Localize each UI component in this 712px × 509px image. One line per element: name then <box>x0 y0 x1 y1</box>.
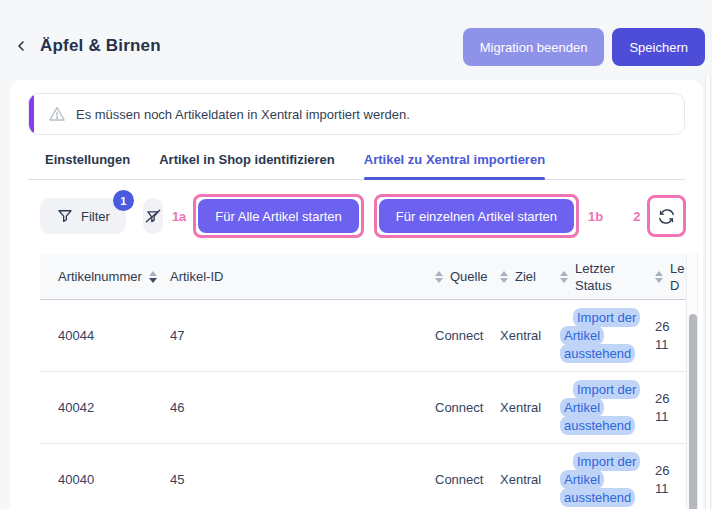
annotation-box-2 <box>647 195 686 237</box>
refresh-button[interactable] <box>652 200 681 232</box>
status-badge: Import der Artikel ausstehend <box>560 308 640 363</box>
alert-text: Es müssen noch Artikeldaten in Xentral i… <box>76 107 410 122</box>
column-header-artikel-id[interactable]: Artikel-ID <box>170 254 435 299</box>
annotation-box-1b: Für einzelnen Artikel starten <box>374 194 579 238</box>
column-header-quelle[interactable]: Quelle <box>435 254 500 299</box>
cell-artikel-id: 47 <box>170 300 435 371</box>
funnel-icon <box>56 207 74 225</box>
page-scrollbar-track[interactable] <box>705 76 711 509</box>
cell-quelle: Connect <box>435 300 500 371</box>
funnel-slash-icon <box>143 206 163 226</box>
table-row[interactable]: 40042 46 Connect Xentral Import der Arti… <box>40 372 686 444</box>
cell-letztes-datum: 26 11 <box>655 300 686 371</box>
annotation-label-1a: 1a <box>172 209 186 224</box>
back-button[interactable] <box>8 33 34 59</box>
cell-letzter-status: Import der Artikel ausstehend <box>560 372 655 443</box>
sort-icon[interactable] <box>500 271 508 283</box>
cell-letztes-datum: 26 11 <box>655 444 686 509</box>
column-header-ziel[interactable]: Ziel <box>500 254 560 299</box>
sort-icon[interactable] <box>435 271 443 283</box>
chevron-left-icon <box>13 38 29 54</box>
articles-table: Artikelnummer Artikel-ID Quelle Ziel <box>40 254 703 509</box>
annotation-label-1b: 1b <box>588 209 603 224</box>
cell-letzter-status: Import der Artikel ausstehend <box>560 300 655 371</box>
column-label: Ziel <box>515 269 536 284</box>
table-toolbar: Filter 1 1a Für Alle Artikel starten Für… <box>40 194 685 238</box>
column-label: Le D <box>670 260 684 294</box>
cell-ziel: Xentral <box>500 444 560 509</box>
cell-letztes-datum: 26 11 <box>655 372 686 443</box>
page-title: Äpfel & Birnen <box>40 36 161 56</box>
table-row[interactable]: 40044 47 Connect Xentral Import der Arti… <box>40 300 686 372</box>
table-viewport: Artikelnummer Artikel-ID Quelle Ziel <box>40 254 686 509</box>
annotation-box-1a: Für Alle Artikel starten <box>193 194 363 238</box>
cell-quelle: Connect <box>435 372 500 443</box>
column-label: Artikelnummer <box>58 269 142 284</box>
sort-icon[interactable] <box>560 271 568 283</box>
cell-ziel: Xentral <box>500 372 560 443</box>
table-header-row: Artikelnummer Artikel-ID Quelle Ziel <box>40 254 686 300</box>
filter-button[interactable]: Filter 1 <box>40 198 126 234</box>
refresh-icon <box>657 207 676 226</box>
sort-icon-artikelnummer-desc[interactable] <box>149 271 157 283</box>
cell-quelle: Connect <box>435 444 500 509</box>
table-scrollbar-thumb[interactable] <box>689 314 697 509</box>
tab-artikel-zu-xentral-importieren[interactable]: Artikel zu Xentral importieren <box>364 152 545 180</box>
status-badge: Import der Artikel ausstehend <box>560 452 640 507</box>
cell-ziel: Xentral <box>500 300 560 371</box>
cell-artikel-id: 46 <box>170 372 435 443</box>
start-all-articles-button[interactable]: Für Alle Artikel starten <box>198 199 358 233</box>
column-header-letztes-datum-clipped[interactable]: Le D <box>655 254 686 299</box>
warning-alert: Es müssen noch Artikeldaten in Xentral i… <box>28 93 685 135</box>
tab-bar: Einstellungen Artikel in Shop identifizi… <box>28 135 685 180</box>
tab-artikel-in-shop-identifizieren[interactable]: Artikel in Shop identifizieren <box>159 152 335 180</box>
cell-artikelnummer: 40040 <box>40 444 170 509</box>
status-badge: Import der Artikel ausstehend <box>560 380 640 435</box>
cell-letzter-status: Import der Artikel ausstehend <box>560 444 655 509</box>
table-scrollbar-track[interactable] <box>686 254 698 509</box>
alert-accent-bar <box>29 94 34 134</box>
column-header-artikelnummer[interactable]: Artikelnummer <box>40 254 170 299</box>
column-header-letzter-status[interactable]: Letzter Status <box>560 254 655 299</box>
filter-button-label: Filter <box>81 209 110 224</box>
topbar-actions: Migration beenden Speichern <box>463 28 705 66</box>
column-label: Letzter Status <box>575 260 627 294</box>
clear-filters-button[interactable] <box>143 198 163 234</box>
filter-count-badge: 1 <box>113 190 134 211</box>
top-bar: Äpfel & Birnen Migration beenden Speiche… <box>0 0 712 80</box>
warning-triangle-icon <box>48 105 66 123</box>
annotation-label-2: 2 <box>633 209 640 224</box>
tab-einstellungen[interactable]: Einstellungen <box>45 152 130 180</box>
cell-artikel-id: 45 <box>170 444 435 509</box>
end-migration-button[interactable]: Migration beenden <box>463 28 605 66</box>
sort-icon[interactable] <box>655 271 663 283</box>
column-label: Quelle <box>450 269 488 284</box>
start-single-article-button[interactable]: Für einzelnen Artikel starten <box>379 199 574 233</box>
main-card: Es müssen noch Artikeldaten in Xentral i… <box>10 80 703 509</box>
column-label: Artikel-ID <box>170 269 223 284</box>
cell-artikelnummer: 40042 <box>40 372 170 443</box>
table-row[interactable]: 40040 45 Connect Xentral Import der Arti… <box>40 444 686 509</box>
save-button[interactable]: Speichern <box>612 28 705 66</box>
cell-artikelnummer: 40044 <box>40 300 170 371</box>
